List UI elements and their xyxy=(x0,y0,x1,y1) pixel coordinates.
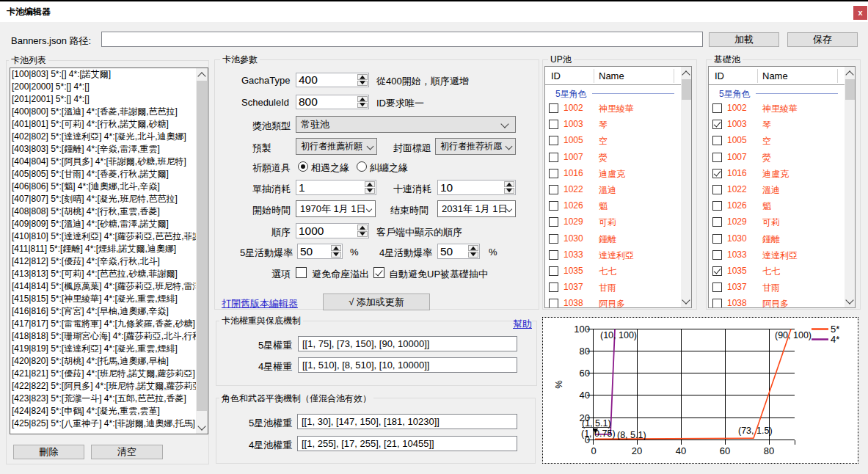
svg-text:40: 40 xyxy=(676,445,686,456)
svg-text:20: 20 xyxy=(632,445,642,456)
svg-text:(73, 1.5): (73, 1.5) xyxy=(738,426,773,436)
svg-text:0: 0 xyxy=(591,445,596,456)
svg-text:5*: 5* xyxy=(831,324,839,335)
svg-text:4*: 4* xyxy=(831,334,839,345)
svg-text:80: 80 xyxy=(764,445,774,456)
svg-text:60: 60 xyxy=(580,368,590,379)
svg-text:(1, 0.75): (1, 0.75) xyxy=(581,429,616,439)
svg-text:(90, 100): (90, 100) xyxy=(775,330,812,340)
svg-text:80: 80 xyxy=(580,346,590,357)
svg-text:40: 40 xyxy=(580,390,590,401)
svg-text:(8, 5.1): (8, 5.1) xyxy=(617,430,646,440)
svg-text:%: % xyxy=(553,380,564,389)
svg-text:60: 60 xyxy=(720,445,730,456)
svg-text:(10, 100): (10, 100) xyxy=(600,330,637,340)
svg-text:(1, 5.1): (1, 5.1) xyxy=(582,418,611,429)
svg-text:100: 100 xyxy=(574,324,590,335)
